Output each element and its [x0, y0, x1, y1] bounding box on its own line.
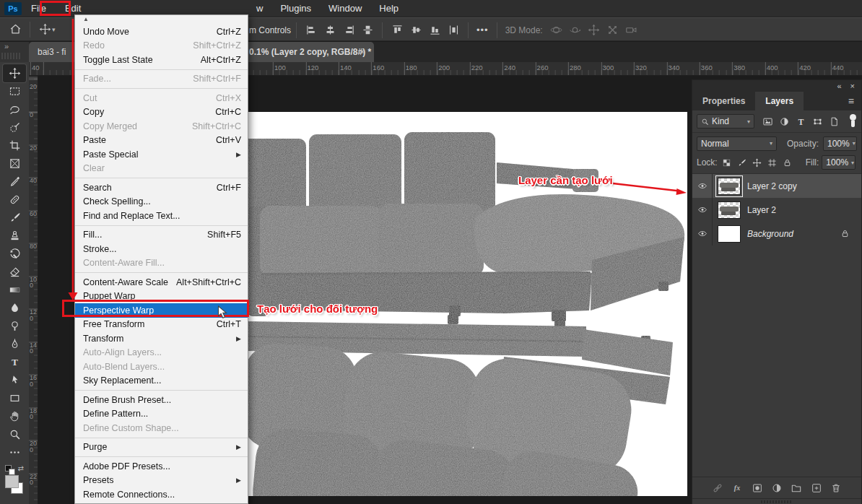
menu-item-find-and-replace-text[interactable]: Find and Replace Text...: [75, 209, 248, 223]
link-layers-icon[interactable]: [711, 482, 724, 495]
quick-selection-tool[interactable]: [3, 118, 26, 136]
shape-filter-icon[interactable]: [811, 114, 824, 129]
close-document-icon[interactable]: ×: [360, 46, 365, 57]
layer-visibility-toggle[interactable]: [692, 222, 713, 246]
menu-item-purge[interactable]: Purge▶: [75, 440, 248, 455]
menu-item-presets[interactable]: Presets▶: [75, 474, 248, 488]
home-icon[interactable]: [6, 21, 25, 38]
layer-thumbnail[interactable]: [718, 225, 741, 243]
type-filter-icon[interactable]: [794, 114, 808, 129]
adjustment-filter-icon[interactable]: [778, 114, 791, 129]
hand-tool[interactable]: [3, 407, 26, 425]
menu-item-remote-connections[interactable]: Remote Connections...: [75, 487, 248, 502]
brush-tool[interactable]: [3, 209, 26, 227]
menu-item-cut[interactable]: CutCtrl+X: [75, 91, 248, 105]
menu-item-undo-move[interactable]: Undo MoveCtrl+Z: [75, 25, 248, 39]
opacity-select[interactable]: 100% ▾: [823, 136, 857, 151]
align-horizontal-centers-icon[interactable]: [358, 22, 377, 39]
edit-toolbar[interactable]: [3, 443, 26, 461]
lock-artboard-icon[interactable]: [766, 156, 779, 169]
menu-item-fade[interactable]: Fade...Shift+Ctrl+F: [75, 72, 248, 87]
more-options-icon[interactable]: •••: [474, 25, 492, 35]
smart-object-filter-icon[interactable]: [827, 114, 841, 129]
healing-brush-tool[interactable]: [3, 191, 26, 209]
new-layer-icon[interactable]: [810, 482, 823, 495]
blend-mode-select[interactable]: Normal ▾: [697, 136, 777, 151]
tool-preset-chevron-icon[interactable]: ▾: [52, 26, 56, 33]
lock-paint-icon[interactable]: [736, 156, 749, 169]
align-right-icon[interactable]: [339, 22, 358, 39]
clone-stamp-tool[interactable]: [3, 227, 26, 245]
frame-tool[interactable]: [3, 155, 26, 173]
menu-item-puppet-warp[interactable]: Puppet Warp: [75, 290, 248, 304]
panel-resize-grip[interactable]: [692, 498, 861, 504]
menu-item-adobe-pdf-presets[interactable]: Adobe PDF Presets...: [75, 459, 248, 474]
layer-style-icon[interactable]: [731, 482, 744, 495]
delete-layer-icon[interactable]: [830, 482, 843, 495]
layer-group-icon[interactable]: [790, 482, 803, 495]
menu-item-clear[interactable]: Clear: [75, 162, 248, 176]
history-brush-tool[interactable]: [3, 245, 26, 263]
menu-item-stroke[interactable]: Stroke...: [75, 242, 248, 256]
menu-item-toggle-last-state[interactable]: Toggle Last StateAlt+Ctrl+Z: [75, 53, 248, 67]
color-swatches[interactable]: [4, 475, 25, 494]
layer-row-layer-2[interactable]: Layer 2: [692, 198, 861, 222]
menu-file[interactable]: File: [22, 0, 56, 17]
type-tool[interactable]: [3, 353, 26, 371]
layer-visibility-toggle[interactable]: [692, 174, 713, 198]
menu-item-define-brush-preset[interactable]: Define Brush Preset...: [75, 393, 248, 407]
collapse-panel-icon[interactable]: «: [837, 82, 841, 90]
layer-thumbnail[interactable]: [718, 178, 741, 195]
layer-row-background[interactable]: Background: [692, 222, 861, 246]
vertical-ruler[interactable]: 20020406080100120140160180200220: [29, 76, 38, 504]
swap-colors-control[interactable]: ⇄: [5, 464, 24, 475]
menu-help[interactable]: Help: [370, 0, 407, 17]
menu-item-auto-blend-layers[interactable]: Auto-Blend Layers...: [75, 360, 248, 374]
lasso-tool[interactable]: [3, 100, 26, 118]
menu-item-copy-merged[interactable]: Copy MergedShift+Ctrl+C: [75, 119, 248, 134]
menu-item-auto-align-layers[interactable]: Auto-Align Layers...: [75, 346, 248, 360]
layer-mask-icon[interactable]: [751, 482, 764, 495]
distribute-top-icon[interactable]: [388, 22, 406, 39]
menu-item-define-pattern[interactable]: Define Pattern...: [75, 407, 248, 422]
eyedropper-tool[interactable]: [3, 173, 26, 191]
collapse-toolbar-icon[interactable]: »: [4, 42, 9, 51]
menu-item-paste[interactable]: PasteCtrl+V: [75, 134, 248, 148]
path-selection-tool[interactable]: [3, 371, 26, 389]
menu-scroll-up[interactable]: ▲: [75, 17, 248, 25]
zoom-tool[interactable]: [3, 425, 26, 443]
align-center-icon[interactable]: [321, 22, 339, 39]
menu-item-fill[interactable]: Fill...Shift+F5: [75, 228, 248, 243]
close-panel-icon[interactable]: ×: [850, 82, 855, 90]
lock-all-icon[interactable]: [781, 156, 794, 169]
tab-layers[interactable]: Layers: [755, 92, 804, 110]
menu-item-content-aware-fill[interactable]: Content-Aware Fill...: [75, 256, 248, 271]
tab-properties[interactable]: Properties: [692, 92, 755, 110]
distribute-vertical-icon[interactable]: [444, 22, 463, 39]
menu-item-define-custom-shape[interactable]: Define Custom Shape...: [75, 421, 248, 435]
menu-item-paste-special[interactable]: Paste Special▶: [75, 147, 248, 162]
crop-tool[interactable]: [3, 136, 26, 155]
menu-item-check-spelling[interactable]: Check Spelling...: [75, 195, 248, 209]
layer-thumbnail[interactable]: [718, 201, 741, 219]
photoshop-logo[interactable]: Ps: [4, 2, 22, 15]
align-left-icon[interactable]: [302, 22, 321, 39]
menu-item-sky-replacement[interactable]: Sky Replacement...: [75, 374, 248, 388]
menu-window[interactable]: Window: [320, 0, 370, 17]
menu-item-content-aware-scale[interactable]: Content-Aware ScaleAlt+Shift+Ctrl+C: [75, 275, 248, 290]
panel-menu-icon[interactable]: ≡: [841, 92, 861, 110]
menu-item-search[interactable]: SearchCtrl+F: [75, 181, 248, 195]
show-transform-controls-label[interactable]: m Controls: [249, 25, 291, 35]
dodge-tool[interactable]: [3, 317, 26, 335]
pen-tool[interactable]: [3, 335, 26, 353]
layer-visibility-toggle[interactable]: [692, 198, 713, 222]
marquee-tool[interactable]: [3, 82, 26, 100]
menu-item-perspective-warp[interactable]: Perspective Warp: [75, 303, 248, 318]
shape-tool[interactable]: [3, 389, 26, 407]
distribute-bottom-icon[interactable]: [425, 22, 444, 39]
blur-tool[interactable]: [3, 299, 26, 317]
menu-item-redo[interactable]: RedoShift+Ctrl+Z: [75, 39, 248, 53]
lock-position-icon[interactable]: [751, 156, 764, 169]
pixel-filter-icon[interactable]: [761, 114, 775, 129]
distribute-middle-icon[interactable]: [406, 22, 425, 39]
